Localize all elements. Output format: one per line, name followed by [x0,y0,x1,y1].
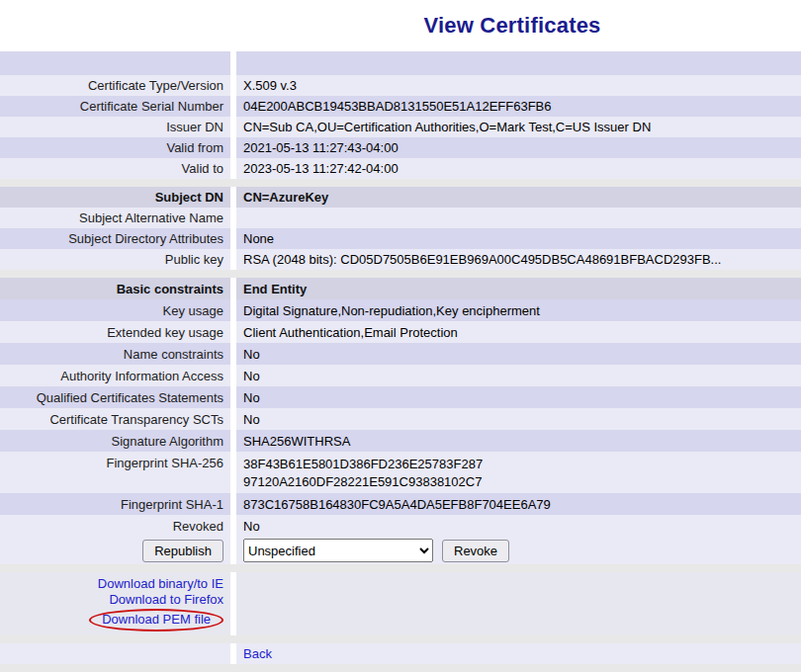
back-link[interactable]: Back [243,646,272,662]
row-value: 873C16758B164830FC9A5A4DA5EFB8F704EE6A79 [236,493,801,515]
download-pem-link[interactable]: Download PEM file [102,612,211,627]
back-row: Back [0,643,801,664]
row-label: Name constraints [0,343,230,365]
row-label: Certificate Type/Version [0,75,230,96]
section-header-row: Basic constraints End Entity [0,278,801,299]
table-row: Subject Alternative Name [0,208,801,228]
row-value: No [236,365,801,386]
row-value: SHA256WITHRSA [236,430,801,452]
table-row: Fingerprint SHA-1 873C16758B164830FC9A5A… [0,493,801,515]
row-label: Subject Directory Attributes [0,228,230,249]
section-header-value: End Entity [236,278,801,299]
spacer-row [0,51,801,75]
certificate-general-table: Certificate Type/Version X.509 v.3 Certi… [0,51,801,179]
page-header: View Certificates [0,0,801,51]
row-value [236,208,801,228]
row-value: None [236,228,801,249]
row-value: No [236,343,801,365]
table-row: Extended key usage Client Authentication… [0,321,801,343]
download-firefox-link[interactable]: Download to Firefox [109,592,223,608]
row-value: 04E200ABCB19453BBAD8131550E51A12EFF63FB6 [236,96,801,117]
row-value: X.509 v.3 [236,75,801,96]
table-row: Qualified Certificates Statements No [0,386,801,408]
row-value: No [236,515,801,537]
row-value: RSA (2048 bits): CD05D7505B6E91EB969A00C… [236,249,801,270]
section-separator [0,564,801,572]
section-separator [0,179,801,187]
download-section: Download binary/to IE Download to Firefo… [0,572,801,635]
footer-section: Back [0,643,801,664]
row-label: Authority Information Access [0,365,230,386]
row-label: Subject Alternative Name [0,208,230,228]
revocation-reason-select[interactable]: Unspecified [243,539,433,562]
page-bottom-margin [0,664,801,672]
republish-button[interactable]: Republish [142,540,223,562]
section-header-value: CN=AzureKey [236,187,801,208]
table-row: Valid from 2021-05-13 11:27:43-04:00 [0,137,801,158]
fingerprint-sha256-line1: 38F43B61E5801D386FD236E25783F287 [243,456,483,473]
table-row: Certificate Type/Version X.509 v.3 [0,75,801,96]
row-value: Client Authentication,Email Protection [236,321,801,343]
table-row: Valid to 2023-05-13 11:27:42-04:00 [0,158,801,179]
row-label: Public key [0,249,230,270]
table-row: Issuer DN CN=Sub CA,OU=Certification Aut… [0,117,801,137]
fingerprint-sha256-line2: 97120A2160DF28221E591C93838102C7 [243,473,483,491]
table-row: Revoked No [0,515,801,537]
certificate-subject-table: Subject DN CN=AzureKey Subject Alternati… [0,187,801,270]
page-title: View Certificates [0,13,801,39]
row-label: Fingerprint SHA-1 [0,493,230,515]
row-label: Valid from [0,137,230,158]
row-value: No [236,386,801,408]
row-value: 38F43B61E5801D386FD236E25783F287 97120A2… [236,452,801,493]
row-label: Revoked [0,515,230,537]
row-value: CN=Sub CA,OU=Certification Authorities,O… [236,117,801,137]
table-row: Public key RSA (2048 bits): CD05D7505B6E… [0,249,801,270]
row-label: Issuer DN [0,117,230,137]
certificate-extensions-table: Basic constraints End Entity Key usage D… [0,278,801,564]
row-label: Fingerprint SHA-256 [0,452,230,493]
row-value: No [236,408,801,430]
row-label: Key usage [0,299,230,321]
download-row: Download binary/to IE Download to Firefo… [0,572,801,635]
table-row: Subject Directory Attributes None [0,228,801,249]
row-label: Valid to [0,158,230,179]
revoke-button[interactable]: Revoke [442,540,509,562]
table-row: Name constraints No [0,343,801,365]
highlight-ellipse: Download PEM file [89,609,223,631]
row-value: Digital Signature,Non-repudiation,Key en… [236,299,801,321]
table-row: Fingerprint SHA-256 38F43B61E5801D386FD2… [0,452,801,493]
row-label: Certificate Transparency SCTs [0,408,230,430]
row-label: Signature Algorithm [0,430,230,452]
table-row: Signature Algorithm SHA256WITHRSA [0,430,801,452]
row-label: Certificate Serial Number [0,96,230,117]
row-value: 2023-05-13 11:27:42-04:00 [236,158,801,179]
table-row: Certificate Transparency SCTs No [0,408,801,430]
section-header-label: Basic constraints [0,278,230,299]
actions-row: Republish Unspecified Revoke [0,537,801,564]
section-separator [0,635,801,643]
table-row: Certificate Serial Number 04E200ABCB1945… [0,96,801,117]
section-header-row: Subject DN CN=AzureKey [0,187,801,208]
row-label: Extended key usage [0,321,230,343]
table-row: Key usage Digital Signature,Non-repudiat… [0,299,801,321]
row-value: 2021-05-13 11:27:43-04:00 [236,137,801,158]
section-separator [0,270,801,278]
row-label: Qualified Certificates Statements [0,386,230,408]
section-header-label: Subject DN [0,187,230,208]
table-row: Authority Information Access No [0,365,801,386]
download-binary-ie-link[interactable]: Download binary/to IE [98,576,223,592]
